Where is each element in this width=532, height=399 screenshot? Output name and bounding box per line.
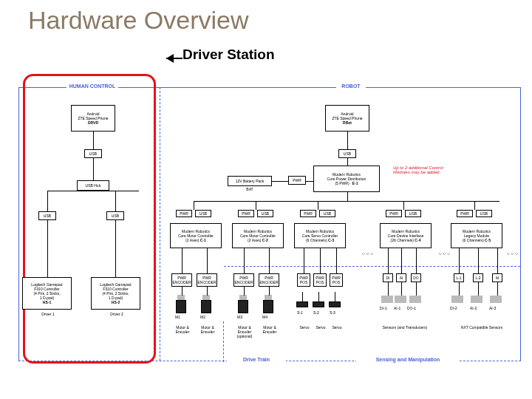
- nxt-ai3: [490, 296, 502, 303]
- l: [459, 282, 460, 296]
- srv-lab3: Servo: [330, 325, 344, 330]
- l: [474, 201, 475, 210]
- m4-tag: M4: [262, 315, 267, 319]
- l: [304, 248, 304, 273]
- additional-note: Up to 2 additional Control Modules may b…: [393, 166, 452, 174]
- driver2-label: Driver 2: [104, 312, 129, 316]
- l: [403, 201, 404, 210]
- zone-sense-label: Sensing and Manipulation: [356, 357, 460, 362]
- l: [416, 282, 417, 296]
- l: [478, 248, 479, 273]
- arrow-icon: [162, 55, 183, 63]
- mtr4-lab: Motor &Encoder: [259, 325, 281, 334]
- l: [115, 220, 116, 277]
- l: [207, 287, 208, 296]
- pwr-c1: PWR: [176, 210, 192, 217]
- sensor-di1: [381, 296, 393, 303]
- motor-ctrl-1: Modern RoboticsCore Motor Controller (2 …: [170, 223, 222, 248]
- mtr1-lab: Motor &Encoder: [171, 325, 194, 334]
- rbot-phone: AndroidZTE Speed PhoneRBot: [325, 105, 369, 132]
- l: [306, 181, 313, 182]
- usb-node-4: USB: [338, 149, 356, 158]
- motor-ctrl-2: Modern RoboticsCore Motor Controller (2 …: [232, 223, 284, 248]
- servo-icon-2: [313, 301, 324, 307]
- l: [269, 287, 270, 296]
- ai3-tag: AI-3: [489, 306, 496, 310]
- l: [115, 191, 116, 211]
- di2-tag: DI-2: [450, 306, 457, 310]
- out-ai: AI: [396, 273, 406, 282]
- l: [388, 282, 389, 296]
- l: [93, 132, 94, 149]
- pwr-c3: PWR: [300, 210, 316, 217]
- pwr-node-bat: PWR: [288, 176, 306, 185]
- zone-right: [520, 87, 521, 361]
- m: [202, 295, 210, 300]
- m: [239, 295, 247, 300]
- out-s3: PWRPOS: [330, 273, 343, 287]
- usb-node-1: USB: [84, 149, 102, 158]
- l: [47, 191, 48, 211]
- motor-icon-2: [201, 300, 211, 313]
- m2-tag: M2: [200, 315, 205, 319]
- l: [244, 287, 245, 296]
- out-l2: L-2: [473, 273, 483, 282]
- s3-tag: S-3: [330, 310, 335, 315]
- l: [459, 248, 460, 273]
- servo-icon-1: [296, 301, 308, 307]
- l: [244, 248, 245, 273]
- usb-node-3: USB: [106, 211, 124, 220]
- out-s1: PWRPOS: [297, 273, 310, 287]
- dots-3: ○○○: [507, 251, 519, 256]
- device-if: Modern RoboticsCore Device Interface (26…: [380, 223, 432, 248]
- servo-icon-3: [329, 301, 341, 307]
- l: [478, 282, 479, 296]
- zone-left: [18, 87, 19, 361]
- l: [401, 248, 402, 273]
- gamepad-1: Logitech GamepadF310 Controller (4 Pnk, …: [22, 277, 72, 310]
- legacy-module: Modern RoboticsLegacy Module (6 Channels…: [451, 223, 502, 248]
- dots-2: ○○○: [439, 251, 451, 256]
- l: [47, 191, 139, 191]
- l: [269, 248, 270, 273]
- l: [207, 248, 208, 273]
- l: [194, 201, 499, 202]
- sens-lab: Sensors (and Transducers): [369, 325, 440, 330]
- out-p4: PWRENCODER: [259, 273, 279, 287]
- usb-c2: USB: [257, 210, 273, 217]
- battery-label: 12V Battery Pack: [228, 176, 272, 186]
- nxt-lab: NXT Compatible Sensors: [446, 325, 517, 330]
- bat-tag: BAT: [243, 187, 256, 191]
- sensor-do1: [409, 296, 421, 303]
- out-s2: PWRPOS: [313, 273, 327, 287]
- l: [320, 248, 321, 273]
- usb-c3: USB: [319, 210, 335, 217]
- gamepad-2: Logitech GamepadF310 Controller (4 Pnk, …: [91, 277, 140, 310]
- driver1-label: Driver 1: [35, 312, 61, 316]
- l: [182, 248, 183, 273]
- out-p1: PWRENCODER: [171, 273, 192, 287]
- l: [347, 158, 348, 166]
- l: [388, 248, 389, 273]
- zone-robot-label: ROBOT: [336, 83, 366, 89]
- zone-divider-1: [160, 87, 160, 361]
- l: [194, 201, 194, 210]
- l: [416, 248, 417, 273]
- motor-icon-3: [238, 300, 248, 313]
- out-p2: PWRENCODER: [197, 273, 217, 287]
- srv-lab1: Servo: [297, 325, 312, 330]
- pwr-c5: PWR: [457, 210, 473, 217]
- diagram-canvas: Hardware Overview Driver Station HUMAN C…: [0, 0, 532, 399]
- zone-divider-2: [223, 321, 224, 362]
- srv-lab2: Servo: [313, 325, 328, 330]
- out-l1: L-1: [454, 273, 464, 282]
- m: [265, 295, 272, 300]
- pwr-c2: PWR: [238, 210, 254, 217]
- power-dist: Modern RoboticsCore Power Distribution (…: [313, 166, 380, 192]
- l: [182, 287, 183, 296]
- l: [347, 192, 348, 201]
- usb-c5: USB: [476, 210, 492, 217]
- l: [347, 132, 348, 149]
- usb-hub: USB Hub: [77, 180, 109, 191]
- mtr2-lab: Motor &Encoder: [197, 325, 219, 334]
